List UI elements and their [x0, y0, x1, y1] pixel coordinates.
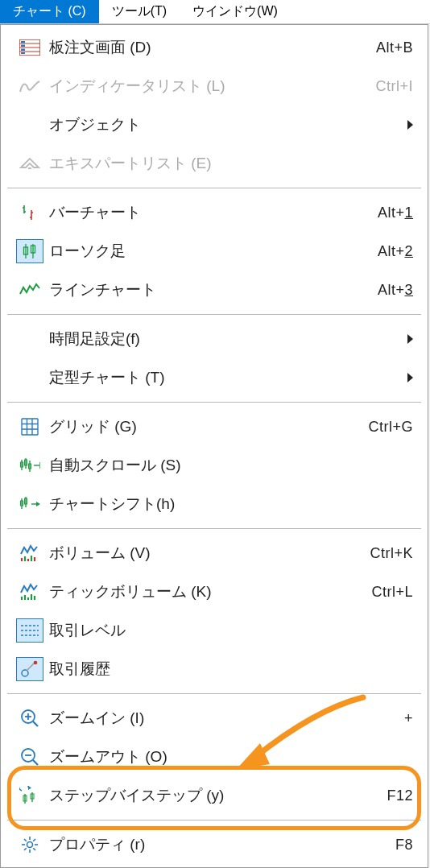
menu-item-trade-history[interactable]: 取引履歴	[1, 650, 428, 688]
tick-volume-icon	[10, 583, 49, 601]
menu-shortcut: +	[404, 710, 413, 727]
menu-item-autoscroll[interactable]: 自動スクロール (S)	[1, 446, 428, 485]
menu-label: ズームイン (I)	[49, 708, 404, 729]
grid-icon	[10, 418, 49, 436]
submenu-arrow-icon	[407, 334, 413, 344]
svg-line-61	[33, 848, 35, 850]
menu-label: バーチャート	[49, 202, 378, 223]
menubar-item-chart[interactable]: チャート (C)	[0, 0, 99, 23]
menu-label: ローソク足	[49, 241, 378, 262]
menu-label: 定型チャート (T)	[49, 367, 407, 388]
svg-line-62	[24, 848, 27, 850]
svg-rect-8	[28, 167, 31, 169]
menu-label: グリッド (G)	[49, 416, 368, 437]
menu-item-candlestick[interactable]: ローソク足 Alt+2	[1, 232, 428, 271]
menu-item-trade-levels[interactable]: 取引レベル	[1, 611, 428, 650]
svg-point-55	[27, 842, 33, 848]
chart-shift-icon	[10, 496, 49, 512]
menu-item-volume[interactable]: ボリューム (V) Ctrl+K	[1, 534, 428, 572]
menu-shortcut: Alt+3	[378, 282, 413, 299]
bar-chart-icon	[10, 204, 49, 221]
chart-dropdown-menu: 板注文画面 (D) Alt+B インディケータリスト (L) Ctrl+I オブ…	[0, 24, 428, 868]
menu-shortcut: Alt+2	[378, 243, 413, 260]
step-by-step-icon	[10, 786, 49, 805]
menu-item-step-by-step[interactable]: ステップバイステップ (y) F12	[1, 776, 428, 815]
autoscroll-icon	[10, 457, 49, 473]
menu-shortcut: Alt+1	[378, 205, 413, 221]
svg-line-49	[33, 760, 38, 765]
svg-line-46	[33, 721, 38, 726]
trade-history-icon	[16, 657, 43, 681]
menu-shortcut: Ctrl+I	[375, 78, 413, 95]
svg-line-41	[27, 663, 35, 671]
menu-item-zoom-in[interactable]: ズームイン (I) +	[1, 699, 428, 738]
menu-label: インディケータリスト (L)	[49, 76, 375, 97]
menu-label: 自動スクロール (S)	[49, 455, 413, 476]
menu-label: ボリューム (V)	[49, 543, 370, 564]
gear-icon	[10, 836, 49, 854]
indicator-list-icon	[10, 79, 49, 93]
zoom-in-icon	[10, 709, 49, 728]
menubar-item-tools[interactable]: ツール(T)	[99, 0, 180, 23]
menu-shortcut: F12	[387, 787, 413, 804]
menu-shortcut: F8	[395, 837, 413, 854]
svg-rect-7	[21, 52, 25, 54]
menu-shortcut: Ctrl+L	[371, 584, 413, 601]
menu-item-objects[interactable]: オブジェクト	[1, 105, 428, 144]
svg-rect-4	[21, 41, 25, 43]
volume-icon	[10, 544, 49, 562]
menu-item-indicator-list: インディケータリスト (L) Ctrl+I	[1, 67, 428, 105]
candlestick-icon	[16, 239, 43, 263]
menu-label: 時間足設定(f)	[49, 329, 407, 349]
menu-label: ティックボリューム (K)	[49, 581, 371, 602]
menubar: チャート (C) ツール(T) ウインドウ(W)	[0, 0, 430, 24]
submenu-arrow-icon	[407, 120, 413, 130]
svg-rect-5	[21, 45, 25, 48]
menu-separator	[7, 314, 421, 315]
menu-separator	[7, 402, 421, 403]
menu-item-line-chart[interactable]: ラインチャート Alt+3	[1, 271, 428, 309]
zoom-out-icon	[10, 747, 49, 767]
svg-rect-6	[21, 49, 25, 52]
order-book-icon	[10, 39, 49, 56]
trade-levels-icon	[16, 618, 43, 643]
line-chart-icon	[10, 283, 49, 297]
menu-item-tick-volume[interactable]: ティックボリューム (K) Ctrl+L	[1, 572, 428, 611]
menu-separator	[7, 693, 421, 694]
svg-marker-26	[36, 502, 40, 506]
menu-label: チャートシフト(h)	[49, 494, 413, 515]
menu-item-timeframe[interactable]: 時間足設定(f)	[1, 320, 428, 358]
submenu-arrow-icon	[407, 373, 413, 382]
menu-item-chart-shift[interactable]: チャートシフト(h)	[1, 485, 428, 523]
menu-label: 取引履歴	[49, 659, 413, 680]
menu-separator	[7, 528, 421, 529]
menu-item-expert-list: エキスパートリスト (E)	[1, 144, 428, 183]
menu-item-template[interactable]: 定型チャート (T)	[1, 358, 428, 397]
menu-item-properties[interactable]: プロパティ (r) F8	[1, 825, 428, 864]
menu-label: エキスパートリスト (E)	[49, 153, 413, 174]
menu-label: ステップバイステップ (y)	[49, 785, 387, 806]
menu-separator	[7, 820, 421, 820]
menu-label: プロパティ (r)	[49, 834, 395, 855]
menu-shortcut: Ctrl+G	[368, 419, 413, 436]
menu-item-zoom-out[interactable]: ズームアウト (O)	[1, 738, 428, 776]
menu-label: ズームアウト (O)	[49, 746, 413, 767]
menu-label: ラインチャート	[49, 279, 378, 300]
menu-label: 取引レベル	[49, 620, 413, 641]
svg-point-42	[34, 661, 38, 665]
menu-shortcut: Ctrl+K	[370, 545, 413, 562]
menu-label: 板注文画面 (D)	[49, 37, 376, 58]
svg-marker-50	[28, 786, 31, 790]
svg-line-63	[33, 839, 35, 841]
expert-list-icon	[10, 155, 49, 172]
menu-separator	[7, 188, 421, 188]
menubar-item-window[interactable]: ウインドウ(W)	[180, 0, 291, 23]
menu-item-grid[interactable]: グリッド (G) Ctrl+G	[1, 407, 428, 446]
menu-item-order-book[interactable]: 板注文画面 (D) Alt+B	[1, 28, 428, 67]
menu-shortcut: Alt+B	[376, 39, 413, 56]
svg-line-60	[24, 839, 27, 841]
menu-label: オブジェクト	[49, 114, 407, 135]
menu-item-bar-chart[interactable]: バーチャート Alt+1	[1, 193, 428, 232]
